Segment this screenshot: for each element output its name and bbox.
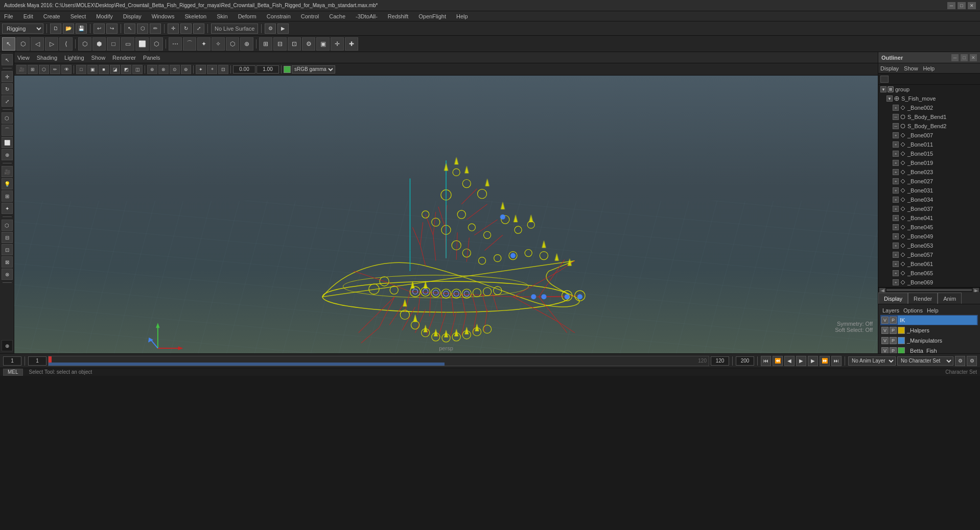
- channel-box-button[interactable]: ⊟: [273, 37, 287, 51]
- expand-bone069[interactable]: +: [893, 279, 899, 285]
- close-button[interactable]: ✕: [968, 2, 976, 9]
- cross-button[interactable]: ✚: [345, 37, 358, 51]
- vp-menu-panels[interactable]: Panels: [143, 55, 160, 61]
- char-set-select[interactable]: No Character Set: [897, 356, 953, 366]
- tree-item-bone023[interactable]: + _Bone023: [878, 167, 980, 177]
- outliner-close[interactable]: ✕: [970, 54, 977, 61]
- vp-menu-view[interactable]: View: [17, 55, 30, 61]
- expand-bone053[interactable]: +: [893, 243, 899, 249]
- redo-button[interactable]: ↪: [106, 23, 118, 34]
- open-scene-button[interactable]: 📂: [63, 23, 74, 34]
- lt-btn11[interactable]: ⊡: [2, 244, 13, 255]
- render-view-button[interactable]: ▣: [316, 37, 330, 51]
- fx-lt-button[interactable]: ✦: [2, 203, 13, 214]
- menu-help[interactable]: Help: [454, 13, 470, 19]
- scale-tool-button[interactable]: ⤢: [193, 23, 204, 34]
- new-scene-button[interactable]: 🗋: [50, 23, 61, 34]
- playback-end-input[interactable]: [711, 356, 729, 366]
- tree-item-fish-move[interactable]: ▼ S_Fish_move: [878, 94, 980, 103]
- scroll-left-button[interactable]: ◀: [879, 288, 885, 292]
- expand-bone045[interactable]: +: [893, 224, 899, 230]
- expand-bone061[interactable]: +: [893, 261, 899, 267]
- play-button[interactable]: ▶: [796, 356, 806, 366]
- menu-file[interactable]: File: [2, 13, 15, 19]
- expand-bone027[interactable]: +: [893, 178, 899, 184]
- magnet-button[interactable]: ⊕: [240, 37, 253, 51]
- menu-openflight[interactable]: OpenFlight: [416, 13, 448, 19]
- select-tool-button[interactable]: ↖: [124, 23, 135, 34]
- vt-color-btn[interactable]: [284, 66, 291, 73]
- vp-menu-show[interactable]: Show: [91, 55, 106, 61]
- axis-button[interactable]: ⊕: [2, 340, 13, 351]
- vt-snap2[interactable]: ⌖: [207, 65, 217, 74]
- tree-item-bone031[interactable]: + _Bone031: [878, 186, 980, 195]
- expand-bone015[interactable]: +: [893, 151, 899, 157]
- tree-item-bone027[interactable]: + _Bone027: [878, 177, 980, 186]
- outliner-minimize[interactable]: ─: [951, 54, 959, 61]
- select-lt-button[interactable]: ↖: [2, 54, 13, 65]
- tree-item-bone065[interactable]: + _Bone065: [878, 269, 980, 278]
- expand-fish-move[interactable]: ▼: [886, 95, 893, 102]
- rotate-mode-button[interactable]: ◁: [31, 37, 44, 51]
- vt-shade4-button[interactable]: ◪: [110, 65, 120, 74]
- tree-item-body-bend1[interactable]: ─ S_Body_Bend1: [878, 112, 980, 122]
- expand-bone034[interactable]: +: [893, 197, 899, 203]
- object-mode-button[interactable]: ⬡: [78, 37, 91, 51]
- tree-item-bone034[interactable]: + _Bone034: [878, 195, 980, 204]
- tab-mel[interactable]: MEL: [3, 369, 23, 376]
- minimize-button[interactable]: ─: [947, 2, 955, 9]
- rotate-lt-button[interactable]: ↻: [2, 83, 13, 94]
- outliner-menu-show[interactable]: Show: [904, 65, 918, 71]
- tree-item-bone002[interactable]: + _Bone002: [878, 103, 980, 112]
- vt-snap3[interactable]: ⊡: [218, 65, 228, 74]
- menu-display[interactable]: Display: [121, 13, 144, 19]
- component-mode-button[interactable]: ⬢: [92, 37, 106, 51]
- vt-btn-d[interactable]: ⊚: [181, 65, 191, 74]
- coord-input2[interactable]: 1.00: [256, 65, 279, 74]
- scene-area[interactable]: Symmetry: Off Soft Select: Off persp: [14, 76, 878, 353]
- range-end-input[interactable]: [736, 356, 754, 366]
- tree-item-bone011[interactable]: + _Bone011: [878, 140, 980, 149]
- outliner-menu-display[interactable]: Display: [880, 65, 899, 71]
- layer-v-halpers[interactable]: V: [881, 327, 889, 334]
- anim-layer-select[interactable]: No Anim Layer: [848, 356, 896, 366]
- coord-input1[interactable]: 0.00: [233, 65, 255, 74]
- lt-btn10[interactable]: ⊟: [2, 232, 13, 243]
- expand-bone037[interactable]: +: [893, 206, 899, 212]
- outliner-restore[interactable]: □: [961, 54, 968, 61]
- select-mode-button[interactable]: ↖: [2, 37, 15, 51]
- vt-paint-button[interactable]: ✏: [50, 65, 60, 74]
- anim-options2-button[interactable]: ⚙: [967, 356, 977, 366]
- scale-lt-button[interactable]: ⤢: [2, 95, 13, 107]
- layer-p-halpers[interactable]: P: [890, 327, 897, 334]
- vt-shade6-button[interactable]: ◫: [132, 65, 143, 74]
- expand-bone065[interactable]: +: [893, 270, 899, 276]
- tree-item-bone019[interactable]: + _Bone019: [878, 158, 980, 167]
- vt-grid-button[interactable]: ⊞: [28, 65, 38, 74]
- expand-group[interactable]: ▼: [880, 86, 886, 92]
- menu-redshift[interactable]: Redshift: [386, 13, 410, 19]
- layer-color-ik[interactable]: IK: [898, 316, 977, 325]
- soft-select-button[interactable]: ⟨: [59, 37, 73, 51]
- menu-skeleton[interactable]: Skeleton: [182, 13, 208, 19]
- poly-lt-button[interactable]: ⬡: [2, 112, 13, 124]
- undo-button[interactable]: ↩: [94, 23, 105, 34]
- menu-cache[interactable]: Cache: [327, 13, 347, 19]
- snap-surface-button[interactable]: ⬡: [226, 37, 239, 51]
- tree-item-bone049[interactable]: + _Bone049: [878, 232, 980, 241]
- expand-bone023[interactable]: +: [893, 169, 899, 175]
- tree-item-group[interactable]: ▼ group: [878, 85, 980, 94]
- surface-lt-button[interactable]: ⬜: [2, 137, 13, 148]
- vt-hide-button[interactable]: 👁: [61, 65, 72, 74]
- expand-bone049[interactable]: +: [893, 233, 899, 239]
- deform-lt-button[interactable]: ⊕: [2, 149, 13, 160]
- tree-item-body-bend2[interactable]: ─ S_Body_Bend2: [878, 122, 980, 131]
- layer-v-ik[interactable]: V: [881, 317, 889, 324]
- tree-item-bone069[interactable]: + _Bone069: [878, 278, 980, 287]
- lt-btn12[interactable]: ⊠: [2, 256, 13, 268]
- vt-snap1[interactable]: ✦: [196, 65, 206, 74]
- menu-constrain[interactable]: Constrain: [265, 13, 293, 19]
- scale-mode-button[interactable]: ▷: [45, 37, 58, 51]
- vt-shade3-button[interactable]: ■: [99, 65, 109, 74]
- expand-body-bend1[interactable]: ─: [893, 114, 899, 120]
